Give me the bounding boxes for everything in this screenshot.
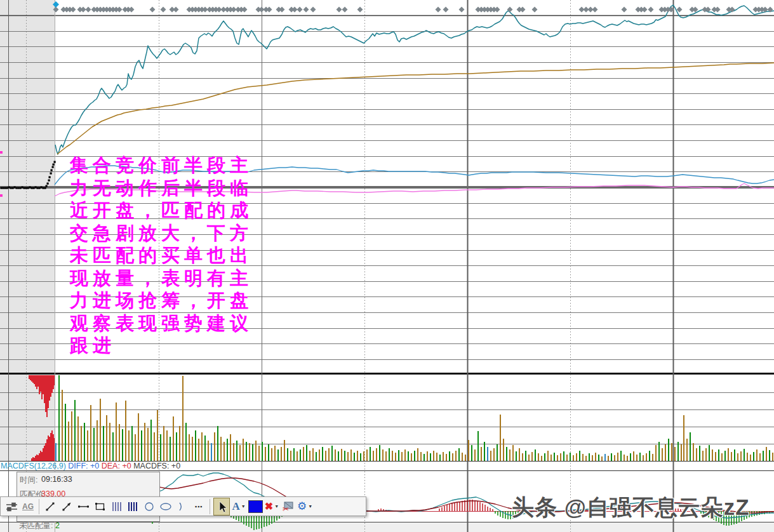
indicator-macdfs: MACDFS: +0 (133, 462, 180, 470)
tooltip-time-label: 时间: (20, 475, 37, 486)
drawing-toolbar: AG ▪▪▪ A▼ ✖▼ ✂ ⚙▼ (0, 496, 366, 516)
indicator-dea: DEA: +0 (102, 462, 131, 470)
toolbar-separator (210, 499, 210, 514)
flag-scissors-icon[interactable]: ✂ (281, 498, 296, 515)
indicator-diff: DIFF: +0 (68, 462, 99, 470)
tooltip-time-row: 时间: 09:16:33 (17, 475, 159, 487)
watermark: 头条 @自强不息云朵zZ (512, 493, 750, 522)
thick-vertical-lines-tool-icon[interactable] (125, 498, 140, 515)
rectangle-tool-icon[interactable] (92, 498, 107, 515)
arc-tool-icon[interactable] (175, 498, 190, 515)
macd-indicator-row: MACDFS(12,26,9) DIFF: +0 DEA: +0 MACDFS:… (1, 462, 180, 470)
thin-vertical-lines-tool-icon[interactable] (109, 498, 124, 515)
unmatched-label: 未匹配量 (19, 521, 51, 530)
annotation-text: 集合竞价前半段主 力无动作后半段临 近开盘，匹配的成 交急剧放大，下方 未匹配的… (70, 154, 253, 357)
svg-text:✂: ✂ (283, 505, 289, 512)
arrow-line-tool-icon[interactable] (59, 498, 74, 515)
settings-gear-icon[interactable]: ⚙▼ (297, 498, 312, 515)
adjust-sliders-icon[interactable] (4, 498, 19, 515)
more-tools-icon[interactable]: ▪▪▪ (191, 498, 206, 515)
ellipse-tool-icon[interactable] (158, 498, 173, 515)
trend-line-tool-icon[interactable] (43, 498, 58, 515)
segment-tool-icon[interactable] (76, 498, 91, 515)
color-swatch-icon[interactable] (248, 498, 263, 515)
ag-tool-icon[interactable]: AG (20, 498, 36, 515)
cursor-tool-icon[interactable] (213, 498, 230, 515)
tooltip-time-value: 09:16:33 (41, 475, 72, 484)
text-tool-icon[interactable]: A▼ (231, 498, 246, 515)
unmatched-value: 2 (55, 521, 60, 530)
auction-chart-window: 集合竞价前半段主 力无动作后半段临 近开盘，匹配的成 交急剧放大，下方 未匹配的… (0, 0, 774, 532)
unmatched-volume-row: 未匹配量: 2 (19, 521, 60, 531)
toolbar-separator (39, 499, 39, 514)
circle-tool-icon[interactable] (142, 498, 157, 515)
indicator-name: MACDFS(12,26,9) (1, 462, 66, 470)
delete-drawing-icon[interactable]: ✖▼ (264, 498, 279, 515)
